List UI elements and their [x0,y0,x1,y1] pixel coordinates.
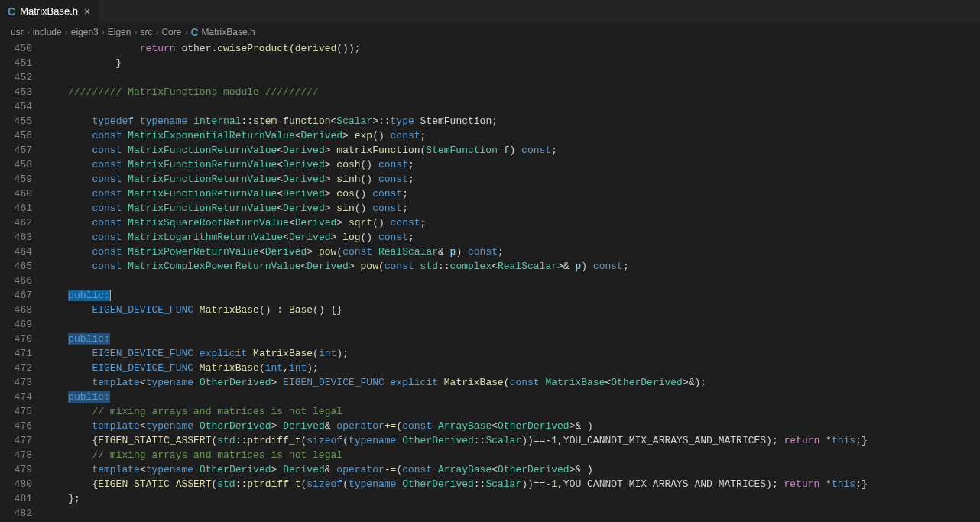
breadcrumb-item[interactable]: Core [161,27,181,37]
breadcrumb-item[interactable]: include [33,27,62,37]
close-icon[interactable]: × [83,5,92,18]
c-file-icon: C [8,5,15,18]
chevron-right-icon: › [155,27,158,37]
chevron-right-icon: › [102,27,105,37]
breadcrumb-item[interactable]: eigen3 [71,27,99,37]
c-file-icon: C [190,26,198,38]
chevron-right-icon: › [27,27,30,37]
chevron-right-icon: › [134,27,137,37]
code-editor[interactable]: 4504514524534544554564574584594604614624… [0,41,980,522]
chevron-right-icon: › [65,27,68,37]
breadcrumb[interactable]: usr › include › eigen3 › Eigen › src › C… [0,23,980,41]
tab-bar: C MatrixBase.h × [0,0,980,23]
breadcrumb-item[interactable]: src [140,27,152,37]
breadcrumb-item[interactable]: usr [11,27,24,37]
code-content[interactable]: return other.cwiseProduct(derived()); } … [44,41,980,522]
tab-active[interactable]: C MatrixBase.h × [0,0,99,22]
line-gutter: 4504514524534544554564574584594604614624… [0,41,44,522]
breadcrumb-item[interactable]: Eigen [108,27,131,37]
chevron-right-icon: › [184,27,187,37]
breadcrumb-item[interactable]: MatrixBase.h [202,27,255,37]
tab-title: MatrixBase.h [20,5,78,17]
